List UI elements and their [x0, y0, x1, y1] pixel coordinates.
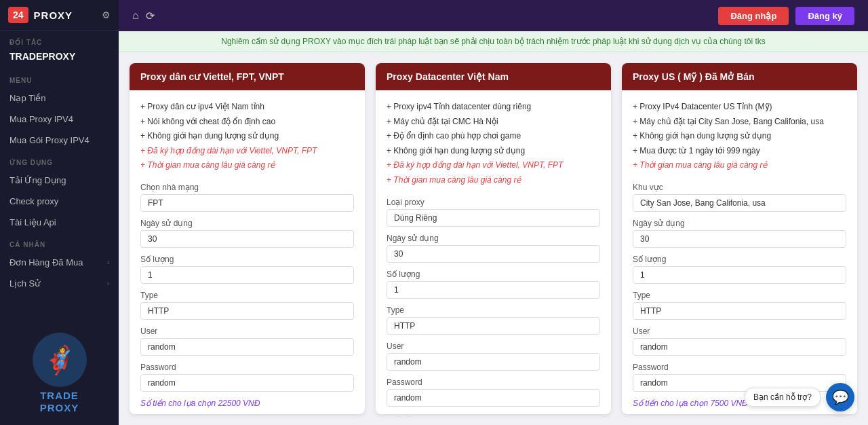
user-input-2[interactable] [387, 353, 600, 371]
user-input-3[interactable] [633, 338, 846, 356]
sidebar-item-label: Check proxy [9, 196, 58, 206]
khuvuc-input[interactable] [633, 194, 846, 212]
ngay-input-3[interactable] [633, 230, 846, 248]
feature-item-highlight: + Thời gian mua càng lâu giá càng rẻ [140, 158, 354, 173]
avatar-label: TRADEPROXY [40, 390, 79, 414]
sidebar-item-label: Mua Proxy IPV4 [9, 114, 73, 124]
loaiproxy-input[interactable] [387, 209, 600, 227]
feature-item: + Proxy IPv4 Datacenter US Tỉnh (Mỹ) [633, 100, 846, 115]
password-input-1[interactable] [140, 374, 354, 392]
ngay-input-2[interactable] [387, 245, 600, 263]
field-soluong1: Số lượng [140, 255, 354, 284]
field-user2: User [387, 341, 600, 371]
sidebar-item-tailieu[interactable]: Tài Liệu Api [0, 212, 119, 233]
user-input-1[interactable] [140, 338, 354, 356]
field-label: Ngày sử dụng [387, 234, 600, 243]
field-ngaysudung3: Ngày sử dụng [633, 219, 846, 248]
field-nhamang: Chọn nhà mạng [140, 183, 354, 212]
ngay-input-1[interactable] [140, 230, 354, 248]
field-label: User [633, 327, 846, 336]
sidebar-item-muagoiproxyipv4[interactable]: Mua Gói Proxy IPV4 [0, 130, 119, 151]
main-content: ⌂ ⟳ Đăng nhập Đăng ký Nghiêm cấm sử dụng… [119, 0, 868, 425]
feature-item: + Máy chủ đặt tại City San Jose, Bang Ca… [633, 115, 846, 130]
feature-item: + Mua được từ 1 ngày tới 999 ngày [633, 144, 846, 159]
card-proxy-us-title: Proxy US ( Mỹ ) Đã Mở Bán [622, 63, 857, 90]
sidebar-item-donhangdamua[interactable]: Đơn Hàng Đã Mua › [0, 252, 119, 273]
card-residential: Proxy dân cư Viettel, FPT, VNPT + Proxy … [130, 63, 365, 414]
topnav-icons: ⌂ ⟳ [132, 10, 155, 22]
field-type3: Type [633, 291, 846, 320]
sidebar-logo: 24 PROXY ⚙ [0, 0, 119, 31]
sidebar-item-naptien[interactable]: Nạp Tiền [0, 88, 119, 109]
soluong-input-3[interactable] [633, 266, 846, 284]
card-datacenter-vn-title: Proxy Datacenter Việt Nam [376, 63, 611, 90]
card-datacenter-vn: Proxy Datacenter Việt Nam + Proxy ipv4 T… [376, 63, 611, 414]
topnav: ⌂ ⟳ Đăng nhập Đăng ký [119, 0, 868, 31]
type-input-2[interactable] [387, 317, 600, 335]
sidebar-item-taiungdung[interactable]: Tải Ứng Dụng [0, 170, 119, 191]
feature-list-2: + Proxy ipv4 Tỉnh datacenter dùng riêng … [387, 100, 600, 188]
field-label: Password [387, 377, 600, 387]
field-type2: Type [387, 306, 600, 335]
feature-item: + Proxy dân cư ipv4 Việt Nam tỉnh [140, 100, 354, 115]
card-proxy-us-body: + Proxy IPv4 Datacenter US Tỉnh (Mỹ) + M… [622, 90, 857, 414]
sidebar-item-label: Nạp Tiền [9, 93, 46, 103]
field-label: Ngày sử dụng [633, 219, 846, 228]
card-residential-title: Proxy dân cư Viettel, FPT, VNPT [130, 63, 365, 90]
feature-item-highlight: + Thời gian mua càng lâu giá càng rẻ [387, 173, 600, 188]
sidebar-item-checkproxy[interactable]: Check proxy [0, 191, 119, 212]
logo-text: PROXY [34, 10, 73, 21]
nhamang-input[interactable] [140, 194, 354, 212]
field-label: Password [633, 363, 846, 372]
card-datacenter-vn-body: + Proxy ipv4 Tỉnh datacenter dùng riêng … [376, 90, 611, 414]
sidebar-item-muaproxyipv4[interactable]: Mua Proxy IPV4 [0, 109, 119, 130]
soluong-input-1[interactable] [140, 266, 354, 284]
card-residential-body: + Proxy dân cư ipv4 Việt Nam tỉnh + Nói … [130, 90, 365, 414]
ca-nhan-label: CÁ NHÂN [0, 233, 119, 252]
feature-item: + Proxy ipv4 Tỉnh datacenter dùng riêng [387, 100, 600, 115]
cards-area: Proxy dân cư Viettel, FPT, VNPT + Proxy … [119, 52, 868, 425]
soluong-input-2[interactable] [387, 281, 600, 299]
field-label: Loại proxy [387, 198, 600, 207]
chevron-right-icon: › [107, 280, 109, 287]
login-button[interactable]: Đăng nhập [718, 7, 789, 25]
chevron-right-icon: › [107, 259, 109, 266]
price-text-1: Số tiền cho lựa chọn 22500 VNĐ [140, 399, 354, 408]
register-button[interactable]: Đăng ký [795, 7, 854, 25]
field-password2: Password [387, 377, 600, 407]
alert-banner: Nghiêm cấm sử dụng PROXY vào mục đích tr… [119, 31, 868, 52]
field-password1: Password [140, 363, 354, 392]
refresh-icon[interactable]: ⟳ [146, 10, 155, 22]
feature-item: + Độ ổn định cao phù hợp chơi game [387, 129, 600, 144]
field-user1: User [140, 327, 354, 356]
field-label: Số lượng [387, 270, 600, 279]
sidebar-item-label: Tài Liệu Api [9, 217, 56, 227]
field-label: Chọn nhà mạng [140, 183, 354, 192]
feature-item: + Không giới hạn dung lượng sử dụng [140, 129, 354, 144]
field-ngaysudung1: Ngày sử dụng [140, 219, 354, 248]
field-label: User [387, 341, 600, 351]
feature-item-highlight: + Thời gian mua càng lâu giá càng rẻ [633, 158, 846, 173]
type-input-1[interactable] [140, 302, 354, 320]
field-soluong2: Số lượng [387, 270, 600, 299]
card-proxy-us: Proxy US ( Mỹ ) Đã Mở Bán + Proxy IPv4 D… [622, 63, 857, 414]
type-input-3[interactable] [633, 302, 846, 320]
field-khuvuc: Khu vực [633, 183, 846, 212]
sidebar-item-lichsu[interactable]: Lịch Sử › [0, 273, 119, 294]
home-icon[interactable]: ⌂ [132, 10, 139, 22]
field-soluong3: Số lượng [633, 255, 846, 284]
doi-tac-label: ĐỐI TÁC [0, 31, 119, 50]
field-type1: Type [140, 291, 354, 320]
ung-dung-label: ỨNG DỤNG [0, 151, 119, 170]
sidebar-item-label: Tải Ứng Dụng [9, 175, 66, 185]
password-input-2[interactable] [387, 389, 600, 407]
chat-widget: Bạn cần hỗ trợ? 💬 [745, 383, 854, 411]
sidebar-item-label: Đơn Hàng Đã Mua [9, 257, 83, 267]
field-label: Khu vực [633, 183, 846, 192]
price-text-2: Số tiền cho lựa chọn 75000 VNĐ [387, 413, 600, 414]
chat-button[interactable]: 💬 [826, 383, 854, 411]
gear-icon[interactable]: ⚙ [102, 10, 111, 20]
field-user3: User [633, 327, 846, 356]
avatar-area: 🦸 TRADEPROXY [0, 322, 119, 425]
feature-item-highlight: + Đã ký hợp đồng dài hạn với Viettel, VN… [140, 144, 354, 159]
